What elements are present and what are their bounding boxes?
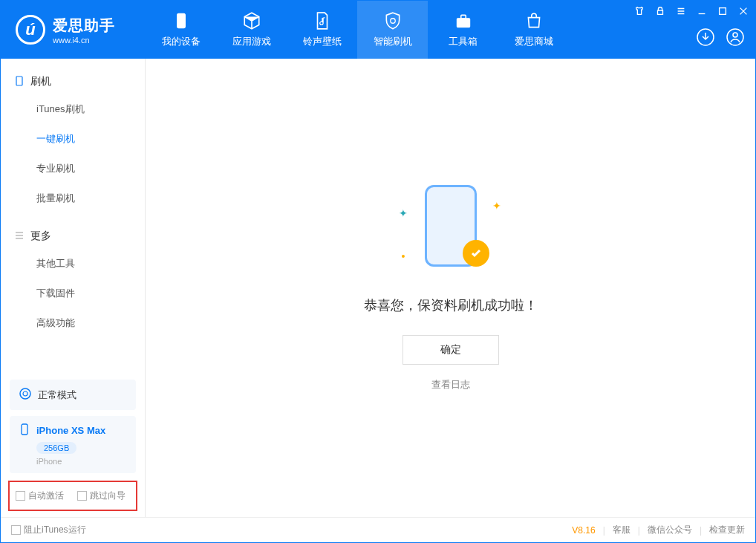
nav-label: 我的设备 bbox=[162, 35, 201, 48]
toolbox-icon bbox=[454, 11, 473, 30]
check-update-link[interactable]: 检查更新 bbox=[709, 524, 745, 536]
checkbox-bar-highlight: 自动激活 跳过向导 bbox=[8, 481, 137, 511]
version-label: V8.16 bbox=[572, 525, 595, 536]
sparkle-icon: ✦ bbox=[399, 207, 408, 219]
checkbox-icon bbox=[11, 525, 21, 535]
nav-label: 爱思商城 bbox=[515, 35, 553, 48]
success-message: 恭喜您，保资料刷机成功啦！ bbox=[364, 296, 538, 314]
sidebar-item-itunes-flash[interactable]: iTunes刷机 bbox=[1, 94, 145, 124]
header-right-icons bbox=[696, 27, 745, 50]
refresh-icon bbox=[19, 387, 32, 403]
ok-button[interactable]: 确定 bbox=[403, 335, 499, 365]
body: 刷机 iTunes刷机 一键刷机 专业刷机 批量刷机 更多 其他工具 下载固件 bbox=[1, 59, 755, 517]
sidebar-bottom: 正常模式 iPhone XS Max 256GB iPhone 自动激活 bbox=[1, 374, 145, 517]
lock-icon[interactable] bbox=[654, 5, 666, 17]
list-icon bbox=[14, 230, 25, 243]
svg-rect-10 bbox=[22, 424, 27, 435]
download-icon[interactable] bbox=[696, 27, 715, 50]
header: ú 爱思助手 www.i4.cn 我的设备 应用游戏 铃声壁纸 智能刷机 bbox=[1, 1, 755, 59]
chk-label: 自动激活 bbox=[28, 490, 64, 502]
window-controls bbox=[633, 5, 749, 17]
sidebar: 刷机 iTunes刷机 一键刷机 专业刷机 批量刷机 更多 其他工具 下载固件 bbox=[1, 59, 146, 517]
sidebar-item-batch-flash[interactable]: 批量刷机 bbox=[1, 183, 145, 213]
svg-rect-8 bbox=[16, 77, 22, 85]
sparkle-icon: • bbox=[402, 250, 405, 262]
nav-my-device[interactable]: 我的设备 bbox=[146, 1, 216, 59]
wechat-link[interactable]: 微信公众号 bbox=[648, 524, 692, 536]
nav-label: 智能刷机 bbox=[374, 35, 412, 48]
checkbox-icon bbox=[77, 491, 87, 501]
nav-toolbox[interactable]: 工具箱 bbox=[428, 1, 498, 59]
svg-point-9 bbox=[20, 388, 30, 399]
nav-label: 工具箱 bbox=[449, 35, 478, 48]
capacity-badge: 256GB bbox=[36, 442, 76, 454]
shield-refresh-icon bbox=[383, 11, 403, 30]
minimize-icon[interactable] bbox=[696, 5, 708, 17]
nav-apps-games[interactable]: 应用游戏 bbox=[216, 1, 287, 59]
nav-label: 铃声壁纸 bbox=[303, 35, 342, 48]
chk-label: 跳过向导 bbox=[90, 490, 126, 502]
svg-point-7 bbox=[733, 33, 737, 37]
menu-icon[interactable] bbox=[675, 5, 687, 17]
main-content: ✦ ✦ • 恭喜您，保资料刷机成功啦！ 确定 查看日志 bbox=[146, 59, 755, 517]
svg-rect-2 bbox=[460, 15, 466, 18]
sidebar-head-flash: 刷机 bbox=[1, 69, 145, 94]
mode-label: 正常模式 bbox=[38, 388, 76, 402]
phone-icon bbox=[172, 11, 191, 30]
device-icon bbox=[14, 76, 25, 88]
chk-skip-guide[interactable]: 跳过向导 bbox=[77, 490, 126, 502]
device-type: iPhone bbox=[36, 457, 127, 466]
bag-icon bbox=[524, 11, 544, 30]
user-icon[interactable] bbox=[726, 27, 745, 50]
sidebar-section-title: 更多 bbox=[30, 230, 51, 243]
statusbar: 阻止iTunes运行 V8.16 | 客服 | 微信公众号 | 检查更新 bbox=[1, 517, 755, 542]
top-nav: 我的设备 应用游戏 铃声壁纸 智能刷机 工具箱 爱思商城 bbox=[146, 1, 569, 59]
success-illustration: ✦ ✦ • bbox=[391, 185, 510, 274]
app-title: 爱思助手 bbox=[53, 16, 115, 36]
maximize-icon[interactable] bbox=[717, 5, 729, 17]
mode-card[interactable]: 正常模式 bbox=[10, 380, 136, 410]
sidebar-item-other-tools[interactable]: 其他工具 bbox=[1, 249, 145, 279]
svg-rect-3 bbox=[658, 10, 663, 14]
view-log-link[interactable]: 查看日志 bbox=[431, 378, 470, 391]
check-badge-icon bbox=[463, 240, 489, 267]
logo-block: ú 爱思助手 www.i4.cn bbox=[1, 15, 146, 45]
app-subtitle: www.i4.cn bbox=[53, 36, 115, 45]
sidebar-section-more: 更多 其他工具 下载固件 高级功能 bbox=[1, 213, 145, 338]
svg-rect-0 bbox=[177, 13, 185, 28]
sparkle-icon: ✦ bbox=[492, 200, 501, 212]
sidebar-item-onekey-flash[interactable]: 一键刷机 bbox=[1, 124, 145, 154]
cube-icon bbox=[242, 11, 261, 30]
tshirt-icon[interactable] bbox=[633, 5, 645, 17]
close-icon[interactable] bbox=[737, 5, 749, 17]
chk-block-itunes[interactable]: 阻止iTunes运行 bbox=[11, 524, 86, 536]
nav-smart-flash[interactable]: 智能刷机 bbox=[357, 1, 428, 59]
app-window: ú 爱思助手 www.i4.cn 我的设备 应用游戏 铃声壁纸 智能刷机 bbox=[0, 0, 756, 543]
device-card[interactable]: iPhone XS Max 256GB iPhone bbox=[10, 416, 136, 473]
sidebar-item-advanced[interactable]: 高级功能 bbox=[1, 308, 145, 338]
sidebar-section-title: 刷机 bbox=[30, 75, 51, 88]
chk-auto-activate[interactable]: 自动激活 bbox=[16, 490, 64, 502]
music-file-icon bbox=[313, 11, 332, 30]
sidebar-head-more: 更多 bbox=[1, 224, 145, 249]
svg-rect-4 bbox=[720, 8, 726, 15]
support-link[interactable]: 客服 bbox=[613, 524, 630, 536]
nav-ringtone-wallpaper[interactable]: 铃声壁纸 bbox=[287, 1, 357, 59]
chk-label: 阻止iTunes运行 bbox=[24, 524, 86, 536]
nav-label: 应用游戏 bbox=[232, 35, 271, 48]
sidebar-item-pro-flash[interactable]: 专业刷机 bbox=[1, 154, 145, 183]
nav-store[interactable]: 爱思商城 bbox=[498, 1, 569, 59]
logo-text: 爱思助手 www.i4.cn bbox=[53, 16, 115, 45]
sidebar-item-download-firmware[interactable]: 下载固件 bbox=[1, 279, 145, 308]
phone-small-icon bbox=[19, 423, 30, 438]
device-name: iPhone XS Max bbox=[36, 425, 105, 436]
checkbox-icon bbox=[16, 491, 25, 501]
logo-icon: ú bbox=[16, 15, 45, 45]
sidebar-section-flash: 刷机 iTunes刷机 一键刷机 专业刷机 批量刷机 bbox=[1, 59, 145, 213]
svg-rect-1 bbox=[457, 19, 469, 27]
statusbar-right: V8.16 | 客服 | 微信公众号 | 检查更新 bbox=[572, 524, 745, 536]
